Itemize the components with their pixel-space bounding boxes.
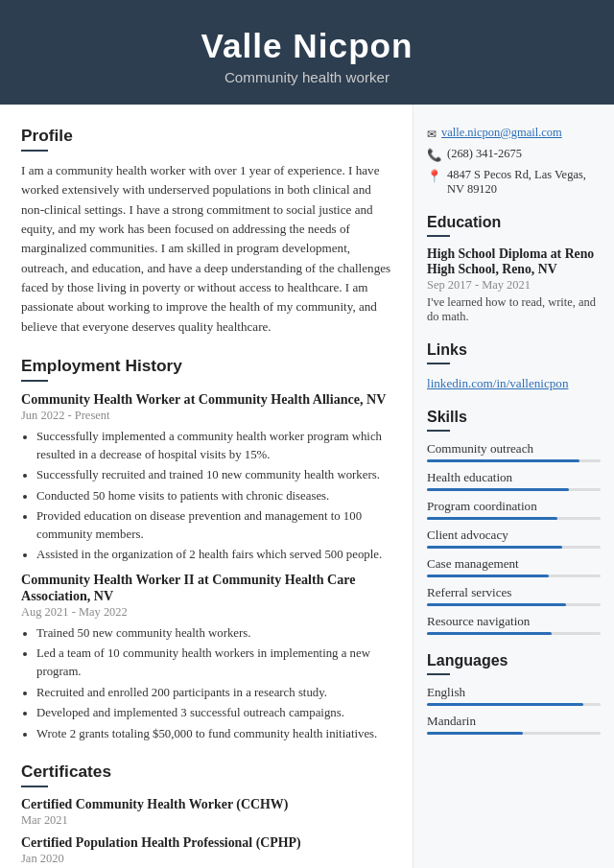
job-2-title: Community Health Worker II at Community … bbox=[21, 572, 395, 604]
profile-title: Profile bbox=[21, 126, 395, 146]
certificates-title: Certificates bbox=[21, 762, 395, 782]
languages-divider bbox=[427, 673, 450, 675]
lang-bar-fill bbox=[427, 732, 523, 735]
job-1: Community Health Worker at Community Hea… bbox=[21, 391, 395, 564]
address-text: 4847 S Pecos Rd, Las Vegas, NV 89120 bbox=[447, 168, 601, 197]
phone-text: (268) 341-2675 bbox=[447, 147, 522, 161]
profile-section: Profile I am a community health worker w… bbox=[21, 126, 395, 337]
email-icon: ✉ bbox=[427, 127, 437, 142]
skill-bar-bg bbox=[427, 603, 601, 606]
bullet: Led a team of 10 community health worker… bbox=[36, 645, 395, 680]
bullet: Developed and implemented 3 successful o… bbox=[36, 704, 395, 722]
candidate-name: Valle Nicpon bbox=[19, 27, 595, 65]
contact-section: ✉ valle.nicpon@gmail.com 📞 (268) 341-267… bbox=[427, 126, 601, 197]
skill-bar-fill bbox=[427, 603, 566, 606]
skills-section: Skills Community outreach Health educati… bbox=[427, 409, 601, 635]
location-icon: 📍 bbox=[427, 169, 442, 184]
job-1-bullets: Successfully implemented a community hea… bbox=[36, 428, 395, 564]
language-item: English bbox=[427, 685, 601, 706]
skills-divider bbox=[427, 430, 450, 432]
linkedin-link-item: linkedin.com/in/vallenicpon bbox=[427, 374, 601, 391]
skills-title: Skills bbox=[427, 409, 601, 426]
cert-1-title: Certified Community Health Worker (CCHW) bbox=[21, 797, 395, 812]
lang-bar-bg bbox=[427, 732, 601, 735]
bullet: Conducted 50 home visits to patients wit… bbox=[36, 487, 395, 505]
skill-name: Program coordination bbox=[427, 499, 601, 514]
certificates-section: Certificates Certified Community Health … bbox=[21, 762, 395, 866]
skill-name: Resource navigation bbox=[427, 614, 601, 629]
skill-name: Referral services bbox=[427, 585, 601, 600]
links-section: Links linkedin.com/in/vallenicpon bbox=[427, 341, 601, 391]
skill-item: Health education bbox=[427, 470, 601, 491]
bullet: Wrote 2 grants totaling $50,000 to fund … bbox=[36, 725, 395, 743]
linkedin-link[interactable]: linkedin.com/in/vallenicpon bbox=[427, 376, 568, 390]
phone-icon: 📞 bbox=[427, 148, 442, 163]
skills-list: Community outreach Health education Prog… bbox=[427, 441, 601, 635]
skill-bar-bg bbox=[427, 575, 601, 577]
job-1-date: Jun 2022 - Present bbox=[21, 409, 395, 423]
resume-container: Valle Nicpon Community health worker Pro… bbox=[0, 0, 614, 868]
skill-name: Community outreach bbox=[427, 441, 601, 457]
skill-bar-fill bbox=[427, 575, 549, 577]
edu-date: Sep 2017 - May 2021 bbox=[427, 278, 601, 293]
job-1-title: Community Health Worker at Community Hea… bbox=[21, 391, 395, 408]
skill-bar-bg bbox=[427, 632, 601, 635]
contact-address: 📍 4847 S Pecos Rd, Las Vegas, NV 89120 bbox=[427, 168, 601, 197]
links-title: Links bbox=[427, 341, 601, 359]
resume-header: Valle Nicpon Community health worker bbox=[0, 0, 614, 105]
edu-note: I've learned how to read, write, and do … bbox=[427, 295, 601, 324]
cert-1-date: Mar 2021 bbox=[21, 813, 395, 828]
links-divider bbox=[427, 363, 450, 364]
lang-bar-fill bbox=[427, 703, 583, 706]
bullet: Provided education on disease prevention… bbox=[36, 507, 395, 543]
left-column: Profile I am a community health worker w… bbox=[0, 105, 413, 868]
skill-bar-fill bbox=[427, 632, 552, 635]
lang-bar-bg bbox=[427, 703, 601, 706]
job-2-bullets: Trained 50 new community health workers.… bbox=[36, 624, 395, 742]
profile-divider bbox=[21, 150, 48, 152]
cert-2-title: Certified Population Health Professional… bbox=[21, 835, 395, 851]
skill-bar-bg bbox=[427, 459, 601, 462]
skill-item: Program coordination bbox=[427, 499, 601, 520]
skill-bar-fill bbox=[427, 546, 562, 549]
languages-section: Languages English Mandarin bbox=[427, 652, 601, 735]
skill-name: Client advocacy bbox=[427, 528, 601, 543]
languages-list: English Mandarin bbox=[427, 685, 601, 735]
skill-bar-fill bbox=[427, 517, 557, 520]
skill-item: Resource navigation bbox=[427, 614, 601, 635]
cert-1: Certified Community Health Worker (CCHW)… bbox=[21, 797, 395, 828]
job-2-date: Aug 2021 - May 2022 bbox=[21, 605, 395, 620]
education-section: Education High School Diploma at Reno Hi… bbox=[427, 214, 601, 324]
bullet: Successfully recruited and trained 10 ne… bbox=[36, 466, 395, 484]
certificates-divider bbox=[21, 786, 48, 787]
bullet: Assisted in the organization of 2 health… bbox=[36, 546, 395, 564]
edu-degree: High School Diploma at Reno High School,… bbox=[427, 246, 601, 277]
education-divider bbox=[427, 235, 450, 237]
bullet: Trained 50 new community health workers. bbox=[36, 624, 395, 643]
skill-bar-fill bbox=[427, 488, 569, 491]
profile-text: I am a community health worker with over… bbox=[21, 161, 395, 337]
language-name: Mandarin bbox=[427, 714, 601, 729]
cert-2: Certified Population Health Professional… bbox=[21, 835, 395, 866]
employment-divider bbox=[21, 380, 48, 382]
resume-body: Profile I am a community health worker w… bbox=[0, 105, 614, 868]
language-item: Mandarin bbox=[427, 714, 601, 735]
skill-item: Case management bbox=[427, 556, 601, 577]
bullet: Recruited and enrolled 200 participants … bbox=[36, 684, 395, 702]
skill-item: Referral services bbox=[427, 585, 601, 606]
bullet: Successfully implemented a community hea… bbox=[36, 428, 395, 463]
contact-phone: 📞 (268) 341-2675 bbox=[427, 147, 601, 163]
job-2: Community Health Worker II at Community … bbox=[21, 572, 395, 742]
skill-item: Community outreach bbox=[427, 441, 601, 462]
skill-bar-bg bbox=[427, 517, 601, 520]
education-title: Education bbox=[427, 214, 601, 231]
candidate-title: Community health worker bbox=[19, 69, 595, 85]
skill-name: Case management bbox=[427, 556, 601, 572]
skill-bar-bg bbox=[427, 488, 601, 491]
skill-bar-fill bbox=[427, 459, 579, 462]
cert-2-date: Jan 2020 bbox=[21, 852, 395, 866]
right-column: ✉ valle.nicpon@gmail.com 📞 (268) 341-267… bbox=[413, 105, 614, 868]
email-link[interactable]: valle.nicpon@gmail.com bbox=[441, 126, 562, 140]
language-name: English bbox=[427, 685, 601, 700]
skill-bar-bg bbox=[427, 546, 601, 549]
